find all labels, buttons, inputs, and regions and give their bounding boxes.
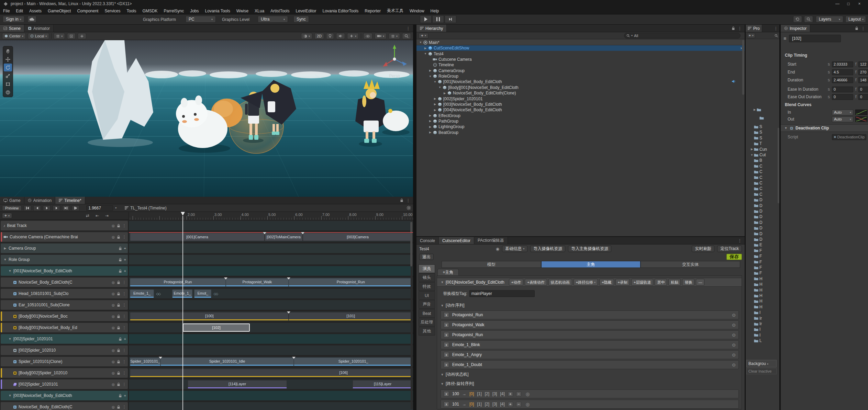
hierarchy-item-test4[interactable]: ▼Test4 [416,51,745,57]
ease-in-duration-seconds-field[interactable]: 0 [832,87,853,92]
object-picker-icon[interactable]: ⊙ [732,312,736,318]
track-foldout-arrow[interactable]: ▼ [8,394,12,397]
menu-assets[interactable]: Assets [26,8,45,14]
timeline-lane-spider-1020101-clone[interactable]: Spider_1020101_Spider_1020101_IdleSpider… [129,357,413,366]
foldout-arrow[interactable]: ▼ [419,41,423,44]
foldout-arrow[interactable]: ▼ [438,86,442,89]
path-row-101[interactable]: x101→[0][1][2][3][4]+−◎ [441,400,739,409]
record-icon[interactable]: ◎ [112,383,115,386]
record-icon[interactable]: ◎ [112,371,115,375]
project-folder-s[interactable]: S [746,135,779,141]
track-foldout-arrow[interactable]: ▼ [8,337,12,341]
info-toggle-icon[interactable]: ◉ [496,247,499,251]
timeline-ruler[interactable]: 2.003.004.005.006.007.008.009.0010.00 [129,212,413,220]
remove-path-point-button[interactable]: − [516,402,521,407]
foldout-arrow[interactable]: ▶ [433,97,437,100]
lock-icon[interactable] [117,303,120,307]
lighting-toggle[interactable] [326,33,334,39]
path-index-3[interactable]: [3] [492,391,497,396]
track-menu-icon[interactable]: ⋮ [122,235,126,239]
menu-window[interactable]: Window [407,8,427,14]
panel-menu-icon[interactable]: ⋮ [738,238,742,243]
project-folder-e[interactable]: E [746,242,779,248]
timeline-track-head-108101001-sub-clo[interactable]: Head_108101001_Sub(Clo◎⋮ [1,289,128,298]
timeline-track-003-noviceset-body-editcloth[interactable]: ▼[003]NoviceSet_Body_EditCloth+ [1,391,128,400]
timeline-track-camera-group[interactable]: ▶Camera Group+ [1,243,128,253]
effects-dropdown[interactable]: ▾ [347,33,359,39]
tab-animation[interactable]: Animation [24,197,55,204]
action-item-emote-1-angry[interactable]: xEmote_1_Angry⊙ [441,350,739,359]
tab-game[interactable]: Game [0,197,24,204]
project-folder-c[interactable]: C [746,169,779,174]
timeline-clip-102[interactable]: [102] [183,323,250,332]
project-folder-ir[interactable]: Ir [746,321,779,327]
hamburger-icon[interactable]: ≡ [783,36,786,41]
project-folder-d[interactable]: D [746,197,779,203]
timeline-clip-protagonist-run[interactable]: Protagonist_Run [130,278,225,286]
section-action-sequence[interactable]: ▼[动作序列] [441,303,465,308]
hierarchy-item-cutsceneeditshow[interactable]: ▶CutSceneEditShow› [416,45,745,51]
foldout-arrow[interactable]: ▶ [443,92,447,95]
timeline-marker-button[interactable] [72,205,79,211]
project-folder-cun[interactable]: ▶Cun [746,147,779,152]
step-button[interactable] [445,15,456,23]
clip-boundary-marker[interactable] [301,232,304,234]
lock-icon[interactable] [117,383,120,386]
scene-search-icon[interactable] [402,33,411,39]
grid-snapping-dropdown[interactable]: ▾ [54,33,65,39]
realtime-refresh-toggle[interactable]: 实时刷新 [692,246,714,252]
timeline-goto-end-button[interactable] [62,205,70,211]
foldout-arrow[interactable]: ▶ [428,69,432,72]
hierarchy-item-cameragroup[interactable]: ▶CameraGroup [416,68,745,73]
tab-paction[interactable]: PAction编辑器 [474,237,508,244]
timeline-lane-camera-group[interactable] [129,243,413,253]
project-folder-d[interactable]: D [746,214,779,219]
project-folder-s[interactable]: S [746,129,779,135]
menu-file[interactable]: File [0,8,13,14]
remove-path-point-button[interactable]: − [516,391,521,397]
tab-project[interactable]: Pro [746,25,762,32]
project-folder-h[interactable]: H [746,298,779,304]
cloud-icon[interactable] [27,16,36,23]
hierarchy-scrollbar[interactable] [742,40,744,95]
blend-out-curve-preview[interactable] [855,116,867,122]
timeline-lane-002-spider-1020101[interactable]: [114]Layer[115]Layer [129,379,413,389]
layout-dropdown[interactable]: Layout▾ [845,16,866,23]
add-clip-icon[interactable]: + [124,337,126,341]
lock-icon[interactable] [119,337,122,341]
timeline-prev-frame-button[interactable] [33,205,41,211]
path-row-100[interactable]: x100→[0][1][2][3][4]+−◎ [441,389,739,398]
project-folder-ir[interactable]: Ir [746,316,779,321]
project-folder-i[interactable]: I [746,332,779,338]
timeline-lane-body-001-noviceset-body-ed[interactable]: [102] [129,323,413,332]
object-picker-icon[interactable]: ⊙ [732,362,736,367]
timeline-track-spider-1020101-clone[interactable]: Spider_1020101(Clone)◎⋮ [1,357,128,366]
timeline-clip-003-camera[interactable]: [003]Camera [303,233,413,241]
lock-icon[interactable] [117,281,120,284]
project-folder-c[interactable]: C [746,180,779,186]
menu-jobs[interactable]: Jobs [187,8,202,14]
minimize-button[interactable]: — [832,1,843,6]
panel-menu-icon[interactable]: ⋮ [406,26,410,31]
foldout-arrow[interactable]: ▶ [428,114,432,117]
menu-item[interactable]: 美术工具 [384,8,407,14]
track-menu-icon[interactable]: ⋮ [122,360,126,364]
lock-icon[interactable] [117,315,120,318]
clip-boundary-marker[interactable] [159,357,162,359]
timeline-clip-spider-1020101-idle[interactable]: Spider_1020101_Idle [160,357,294,366]
menu-services[interactable]: Services [101,8,123,14]
path-index-1[interactable]: [1] [477,391,481,396]
timeline-vertical-scrollbar[interactable] [411,220,413,409]
section-state-machine[interactable]: ▼[动画状态机] [441,372,469,377]
object-picker-icon[interactable]: ⊙ [732,322,736,328]
menu-xlua[interactable]: XLua [252,8,267,14]
remove-action-button[interactable]: x [444,322,449,328]
search-icon[interactable] [804,16,813,23]
menu-help[interactable]: Help [427,8,442,14]
clip-boundary-marker[interactable] [287,277,290,280]
import-main-camera-button[interactable]: 导入主角摄像机资源 [568,246,611,252]
timeline-lane-noviceset-body-editcloth-c[interactable]: Protagonist_RunProtagonist_WalkProtagoni… [129,277,413,287]
lock-icon[interactable] [119,247,122,250]
lock-icon[interactable] [732,26,735,30]
track-menu-icon[interactable]: ⋮ [122,382,126,387]
